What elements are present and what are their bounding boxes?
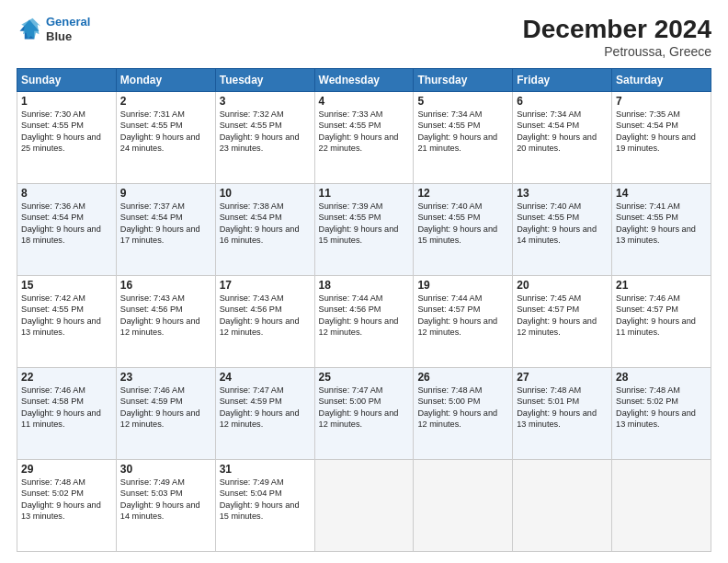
week-row-3: 15 Sunrise: 7:42 AMSunset: 4:55 PMDaylig… <box>17 276 711 368</box>
day-2: 2 Sunrise: 7:31 AMSunset: 4:55 PMDayligh… <box>116 92 215 184</box>
day-20: 20 Sunrise: 7:45 AMSunset: 4:57 PMDaylig… <box>513 276 612 368</box>
day-5: 5 Sunrise: 7:34 AMSunset: 4:55 PMDayligh… <box>414 92 513 184</box>
col-monday: Monday <box>116 69 215 92</box>
day-15: 15 Sunrise: 7:42 AMSunset: 4:55 PMDaylig… <box>17 276 117 368</box>
day-17: 17 Sunrise: 7:43 AMSunset: 4:56 PMDaylig… <box>215 276 314 368</box>
week-row-5: 29 Sunrise: 7:48 AMSunset: 5:02 PMDaylig… <box>17 460 711 552</box>
day-30: 30 Sunrise: 7:49 AMSunset: 5:03 PMDaylig… <box>116 460 215 552</box>
day-6: 6 Sunrise: 7:34 AMSunset: 4:54 PMDayligh… <box>513 92 612 184</box>
week-row-4: 22 Sunrise: 7:46 AMSunset: 4:58 PMDaylig… <box>17 368 711 460</box>
day-19: 19 Sunrise: 7:44 AMSunset: 4:57 PMDaylig… <box>414 276 513 368</box>
col-friday: Friday <box>513 69 612 92</box>
calendar-subtitle: Petroussa, Greece <box>523 44 711 59</box>
day-28: 28 Sunrise: 7:48 AMSunset: 5:02 PMDaylig… <box>612 368 711 460</box>
empty-cell-1 <box>314 460 414 552</box>
empty-cell-3 <box>513 460 612 552</box>
day-14: 14 Sunrise: 7:41 AMSunset: 4:55 PMDaylig… <box>612 184 711 276</box>
day-29: 29 Sunrise: 7:48 AMSunset: 5:02 PMDaylig… <box>17 460 117 552</box>
day-1: 1 Sunrise: 7:30 AMSunset: 4:55 PMDayligh… <box>17 92 117 184</box>
day-11: 11 Sunrise: 7:39 AMSunset: 4:55 PMDaylig… <box>314 184 414 276</box>
day-10: 10 Sunrise: 7:38 AMSunset: 4:54 PMDaylig… <box>215 184 314 276</box>
day-27: 27 Sunrise: 7:48 AMSunset: 5:01 PMDaylig… <box>513 368 612 460</box>
empty-cell-4 <box>612 460 711 552</box>
day-25: 25 Sunrise: 7:47 AMSunset: 5:00 PMDaylig… <box>314 368 414 460</box>
day-12: 12 Sunrise: 7:40 AMSunset: 4:55 PMDaylig… <box>414 184 513 276</box>
col-tuesday: Tuesday <box>215 69 314 92</box>
day-23: 23 Sunrise: 7:46 AMSunset: 4:59 PMDaylig… <box>116 368 215 460</box>
page: General Blue December 2024 Petroussa, Gr… <box>0 0 728 563</box>
day-7: 7 Sunrise: 7:35 AMSunset: 4:54 PMDayligh… <box>612 92 711 184</box>
logo: General Blue <box>17 15 90 43</box>
day-24: 24 Sunrise: 7:47 AMSunset: 4:59 PMDaylig… <box>215 368 314 460</box>
header: General Blue December 2024 Petroussa, Gr… <box>17 15 711 59</box>
col-sunday: Sunday <box>17 69 117 92</box>
day-8: 8 Sunrise: 7:36 AMSunset: 4:54 PMDayligh… <box>17 184 117 276</box>
day-13: 13 Sunrise: 7:40 AMSunset: 4:55 PMDaylig… <box>513 184 612 276</box>
header-row: Sunday Monday Tuesday Wednesday Thursday… <box>17 69 711 92</box>
col-saturday: Saturday <box>612 69 711 92</box>
title-block: December 2024 Petroussa, Greece <box>523 15 711 59</box>
week-row-2: 8 Sunrise: 7:36 AMSunset: 4:54 PMDayligh… <box>17 184 711 276</box>
day-16: 16 Sunrise: 7:43 AMSunset: 4:56 PMDaylig… <box>116 276 215 368</box>
day-3: 3 Sunrise: 7:32 AMSunset: 4:55 PMDayligh… <box>215 92 314 184</box>
col-thursday: Thursday <box>414 69 513 92</box>
calendar-table: Sunday Monday Tuesday Wednesday Thursday… <box>17 68 711 552</box>
col-wednesday: Wednesday <box>314 69 414 92</box>
logo-icon <box>17 17 42 42</box>
day-9: 9 Sunrise: 7:37 AMSunset: 4:54 PMDayligh… <box>116 184 215 276</box>
empty-cell-2 <box>414 460 513 552</box>
day-31: 31 Sunrise: 7:49 AMSunset: 5:04 PMDaylig… <box>215 460 314 552</box>
logo-text: General Blue <box>46 15 90 43</box>
day-26: 26 Sunrise: 7:48 AMSunset: 5:00 PMDaylig… <box>414 368 513 460</box>
day-21: 21 Sunrise: 7:46 AMSunset: 4:57 PMDaylig… <box>612 276 711 368</box>
day-4: 4 Sunrise: 7:33 AMSunset: 4:55 PMDayligh… <box>314 92 414 184</box>
calendar-title: December 2024 <box>523 15 711 44</box>
day-22: 22 Sunrise: 7:46 AMSunset: 4:58 PMDaylig… <box>17 368 117 460</box>
day-18: 18 Sunrise: 7:44 AMSunset: 4:56 PMDaylig… <box>314 276 414 368</box>
week-row-1: 1 Sunrise: 7:30 AMSunset: 4:55 PMDayligh… <box>17 92 711 184</box>
